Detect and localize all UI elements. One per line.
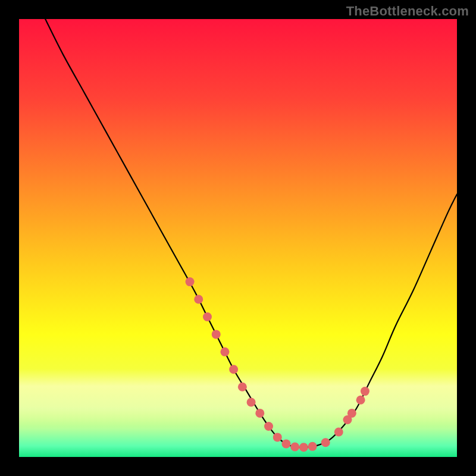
dot [247, 398, 256, 407]
dot [186, 277, 195, 286]
dot [281, 439, 290, 448]
dot [264, 422, 273, 431]
dot [321, 438, 330, 447]
plot-area [19, 19, 457, 457]
dot [347, 409, 356, 418]
dot [334, 428, 343, 437]
dot [308, 442, 317, 451]
dot [203, 312, 212, 321]
dot [238, 383, 247, 392]
chart-frame [19, 19, 457, 457]
dot [299, 443, 308, 452]
dot [290, 443, 299, 452]
highlighted-points [186, 277, 369, 452]
dot [229, 365, 238, 374]
bottleneck-curve-svg [19, 19, 457, 457]
dot [220, 347, 229, 356]
bottleneck-curve [45, 19, 457, 447]
dot [255, 409, 264, 418]
dot [194, 295, 203, 304]
dot [212, 330, 221, 339]
dot [356, 396, 365, 405]
dot [273, 433, 282, 441]
dot [361, 387, 369, 396]
watermark-text: TheBottleneck.com [346, 4, 469, 19]
